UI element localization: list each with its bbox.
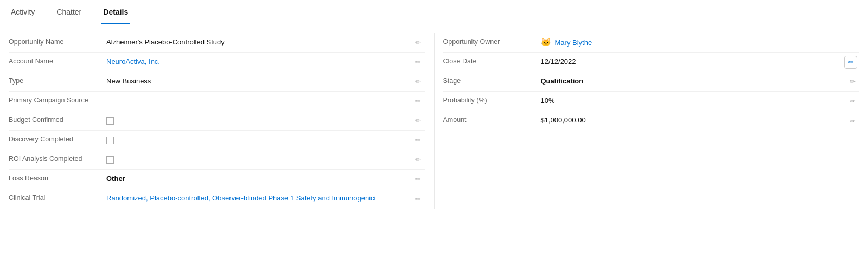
field-label: Type [9, 76, 106, 85]
owner-avatar-icon: 🐱 [541, 37, 552, 48]
field-value: Alzheimer's Placebo-Controlled Study [106, 37, 425, 46]
field-row: ROI Analysis Completed✏ [9, 150, 425, 170]
checkbox[interactable] [106, 156, 114, 164]
field-value: 12/12/2022 [541, 56, 860, 66]
field-row: Loss ReasonOther✏ [9, 170, 425, 189]
field-row: Amount$1,000,000.00✏ [443, 111, 860, 131]
field-row: TypeNew Business✏ [9, 72, 425, 92]
field-value: 10% [541, 95, 860, 105]
checkbox[interactable] [106, 137, 114, 144]
field-row: Budget Confirmed✏ [9, 111, 425, 131]
field-label: Discovery Completed [9, 134, 106, 143]
field-row: Close Date12/12/2022✏ [443, 53, 860, 72]
edit-button[interactable]: ✏ [844, 56, 857, 69]
field-row: Probability (%)10%✏ [443, 92, 860, 111]
field-label: Opportunity Name [9, 37, 106, 46]
edit-icon[interactable]: ✏ [413, 135, 423, 145]
field-value-link[interactable]: Randomized, Placebo-controlled, Observer… [106, 193, 425, 202]
field-value [106, 95, 425, 96]
field-row: StageQualification✏ [443, 72, 860, 92]
field-value: Other [106, 173, 425, 183]
edit-icon[interactable]: ✏ [413, 77, 423, 87]
edit-icon[interactable]: ✏ [413, 155, 423, 165]
owner-name[interactable]: Mary Blythe [555, 38, 592, 47]
edit-icon[interactable]: ✏ [413, 96, 423, 106]
field-row: Clinical TrialRandomized, Placebo-contro… [9, 189, 425, 209]
tab-activity[interactable]: Activity [9, 0, 37, 24]
field-label: Clinical Trial [9, 193, 106, 202]
tabs-container: ActivityChatterDetails [0, 0, 868, 24]
left-column: Opportunity NameAlzheimer's Placebo-Cont… [0, 33, 434, 209]
owner-value: 🐱Mary Blythe [541, 37, 608, 48]
field-row: Primary Campaign Source✏ [9, 92, 425, 111]
field-row: Opportunity Owner🐱Mary Blythe [443, 33, 860, 53]
field-value [106, 154, 425, 165]
field-label: Amount [443, 115, 541, 124]
tab-chatter[interactable]: Chatter [54, 0, 84, 24]
edit-icon[interactable]: ✏ [413, 116, 423, 126]
field-label: Loss Reason [9, 173, 106, 182]
field-label: Probability (%) [443, 95, 541, 104]
content-area: Opportunity NameAlzheimer's Placebo-Cont… [0, 24, 868, 217]
field-label: Budget Confirmed [9, 115, 106, 124]
edit-icon[interactable]: ✏ [847, 77, 857, 87]
field-value: $1,000,000.00 [541, 115, 860, 124]
field-value: New Business [106, 76, 425, 85]
checkbox[interactable] [106, 117, 114, 125]
tab-details[interactable]: Details [101, 0, 130, 24]
edit-icon[interactable]: ✏ [413, 194, 423, 204]
field-value [106, 115, 425, 126]
edit-icon[interactable]: ✏ [413, 38, 423, 48]
field-label: Opportunity Owner [443, 37, 541, 46]
field-row: Account NameNeuroActiva, Inc.✏ [9, 53, 425, 72]
right-column: Opportunity Owner🐱Mary BlytheClose Date1… [434, 33, 869, 209]
field-row: Discovery Completed✏ [9, 131, 425, 150]
field-value-link[interactable]: NeuroActiva, Inc. [106, 56, 425, 66]
field-value [106, 134, 425, 146]
field-label: Account Name [9, 56, 106, 65]
edit-icon[interactable]: ✏ [847, 96, 857, 106]
edit-icon[interactable]: ✏ [413, 174, 423, 184]
field-label: Close Date [443, 56, 541, 65]
field-label: Primary Campaign Source [9, 95, 106, 104]
edit-icon[interactable]: ✏ [413, 57, 423, 67]
field-label: Stage [443, 76, 541, 85]
edit-icon[interactable]: ✏ [847, 116, 857, 126]
field-label: ROI Analysis Completed [9, 154, 106, 163]
field-value: Qualification [541, 76, 860, 85]
field-row: Opportunity NameAlzheimer's Placebo-Cont… [9, 33, 425, 53]
